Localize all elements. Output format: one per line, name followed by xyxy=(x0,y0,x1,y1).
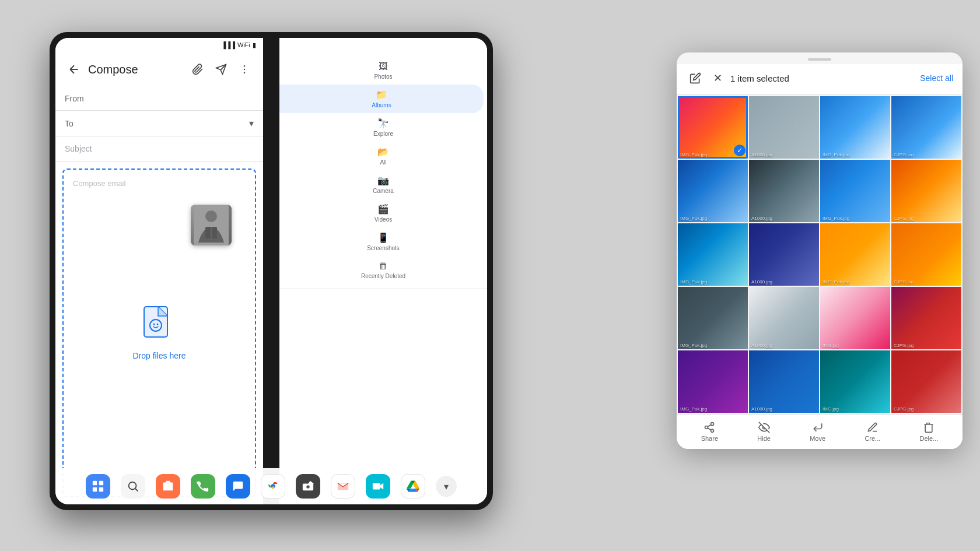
camera-icon: 📷 xyxy=(377,175,389,186)
gmail-dock-icon[interactable] xyxy=(331,474,355,499)
albums-icon: 📁 xyxy=(376,89,387,100)
signal-icon: ▐▐▐ xyxy=(222,41,235,48)
more-options-button[interactable] xyxy=(235,60,254,79)
photo-label-7: IMG_Puk.jpg xyxy=(822,216,849,221)
camera2-dock-icon[interactable] xyxy=(296,474,320,499)
photo-cell-12[interactable]: ✓ CJPG.jpg xyxy=(891,223,961,286)
compose-body-hint: Compose email xyxy=(73,179,125,188)
file-icon xyxy=(142,306,177,346)
status-bar-right xyxy=(279,38,487,52)
hide-label: Hide xyxy=(757,435,771,442)
to-field[interactable]: To ▾ xyxy=(55,111,263,136)
photo-label-5: IMG_Puk.jpg xyxy=(680,216,707,221)
nav-item-camera[interactable]: 📷 Camera xyxy=(279,170,487,199)
create-label: Cre... xyxy=(864,435,880,442)
chrome-dock-icon[interactable] xyxy=(261,474,285,499)
chevron-down-icon: ▾ xyxy=(249,118,254,129)
photo-label-18: A1000.jpg xyxy=(751,406,772,412)
svg-line-28 xyxy=(708,428,711,430)
nav-camera-label: Camera xyxy=(373,188,394,194)
photo-cell-14[interactable]: ✓ A1000.jpg xyxy=(749,287,819,349)
phone-dock-icon[interactable] xyxy=(191,474,215,499)
photo-label-17: IMG_Puk.jpg xyxy=(680,406,707,412)
from-field: From xyxy=(55,87,263,111)
photo-cell-17[interactable]: ✓ IMG_Puk.jpg xyxy=(678,350,748,413)
apps-dock-icon[interactable] xyxy=(86,474,110,499)
svg-point-27 xyxy=(711,429,714,432)
nav-all-label: All xyxy=(380,159,386,166)
messages-dock-icon[interactable] xyxy=(226,474,250,499)
photo-cell-6[interactable]: ✓ A1000.jpg xyxy=(749,160,819,222)
share-action-button[interactable]: Share xyxy=(701,422,718,442)
scene: ▐▐▐ WiFi ▮ Compose xyxy=(0,0,980,551)
select-all-button[interactable]: Select all xyxy=(920,73,953,83)
all-icon: 📂 xyxy=(377,146,389,157)
photo-cell-10[interactable]: ✓ A1000.jpg xyxy=(749,223,819,286)
delete-action-button[interactable]: Dele... xyxy=(920,422,939,442)
compose-header: Compose xyxy=(55,52,263,87)
photo-cell-5[interactable]: ✓ IMG_Puk.jpg xyxy=(678,160,748,222)
photo-cell-13[interactable]: ✓ IMG_Puk.jpg xyxy=(678,287,748,349)
nav-item-videos[interactable]: 🎬 Videos xyxy=(279,199,487,227)
nav-item-all[interactable]: 📂 All xyxy=(279,142,487,170)
send-button[interactable] xyxy=(212,60,230,79)
nav-item-photos[interactable]: 🖼 Photos xyxy=(279,57,487,85)
svg-point-26 xyxy=(705,426,708,429)
photo-cell-3[interactable]: ✓ IMG_Puk.jpg xyxy=(820,96,890,159)
nav-item-explore[interactable]: 🔭 Explore xyxy=(279,113,487,142)
compose-title: Compose xyxy=(88,63,188,76)
photo-cell-7[interactable]: ✓ IMG_Puk.jpg xyxy=(820,160,890,222)
hide-action-button[interactable]: Hide xyxy=(757,422,771,442)
photo-label-20: CJPG.jpg xyxy=(894,406,914,412)
photo-cell-11[interactable]: ✓ IMG_Puk.jpg xyxy=(820,223,890,286)
attach-button[interactable] xyxy=(188,60,207,79)
bottom-dock: ▾ xyxy=(55,468,487,504)
photo-cell-19[interactable]: ✓ IMG.jpg xyxy=(820,350,890,413)
photo-cell-9[interactable]: ✓ IMG_Puk.jpg xyxy=(678,223,748,286)
photo-cell-1[interactable]: ✓ IMG_Puk.jpg xyxy=(678,96,748,159)
photo-cell-8[interactable]: ✓ CJPG.jpg xyxy=(891,160,961,222)
fold-line xyxy=(270,38,273,475)
photo-cell-18[interactable]: ✓ A1000.jpg xyxy=(749,350,819,413)
photo-label-14: A1000.jpg xyxy=(751,343,772,348)
photo-label-15: IMG.jpg xyxy=(822,343,839,348)
nav-item-albums[interactable]: 📁 Albums xyxy=(279,85,484,113)
camera-dock-icon[interactable] xyxy=(156,474,180,499)
create-action-button[interactable]: Cre... xyxy=(864,422,880,442)
phone-device: ▐▐▐ WiFi ▮ Compose xyxy=(50,32,493,510)
photo-cell-2[interactable]: ✓ A1000.jpg xyxy=(749,96,819,159)
drop-zone[interactable]: Compose email Drop xyxy=(62,169,256,497)
photo-cell-4[interactable]: ✓ CJPG.jpg xyxy=(891,96,961,159)
photo-cell-15[interactable]: ✓ IMG.jpg xyxy=(820,287,890,349)
back-button[interactable] xyxy=(65,60,83,79)
from-label: From xyxy=(65,94,91,103)
nav-item-recently-deleted[interactable]: 🗑 Recently Deleted xyxy=(279,256,487,284)
status-indicators: ▐▐▐ WiFi ▮ xyxy=(222,41,256,49)
svg-rect-16 xyxy=(99,487,103,492)
svg-point-3 xyxy=(244,69,246,71)
photo-label-3: IMG_Puk.jpg xyxy=(822,152,849,157)
drag-handle xyxy=(808,58,831,61)
search-dock-icon[interactable] xyxy=(121,474,145,499)
subject-field[interactable]: Subject xyxy=(55,136,263,162)
photos-header: ✕ 1 item selected Select all xyxy=(677,64,963,95)
svg-point-7 xyxy=(153,324,155,325)
meet-dock-icon[interactable] xyxy=(366,474,390,499)
subject-placeholder: Subject xyxy=(65,144,92,153)
move-action-button[interactable]: Move xyxy=(810,422,825,442)
header-icons xyxy=(188,60,254,79)
photo-cell-16[interactable]: ✓ CJPG.jpg xyxy=(891,287,961,349)
drive-dock-icon[interactable] xyxy=(401,474,425,499)
photo-cell-20[interactable]: ✓ CJPG.jpg xyxy=(891,350,961,413)
photo-label-11: IMG_Puk.jpg xyxy=(822,279,849,285)
home-chevron[interactable]: ▾ xyxy=(436,476,457,497)
nav-albums-label: Albums xyxy=(372,102,391,108)
edit-icon-button[interactable] xyxy=(686,69,705,87)
close-button[interactable]: ✕ xyxy=(709,70,726,86)
svg-rect-13 xyxy=(93,481,97,485)
photo-label-2: A1000.jpg xyxy=(751,152,772,157)
nav-explore-label: Explore xyxy=(373,131,393,137)
nav-item-screenshots[interactable]: 📱 Screenshots xyxy=(279,227,487,256)
photo-label-1: IMG_Puk.jpg xyxy=(680,152,707,157)
photo-label-8: CJPG.jpg xyxy=(894,216,914,221)
